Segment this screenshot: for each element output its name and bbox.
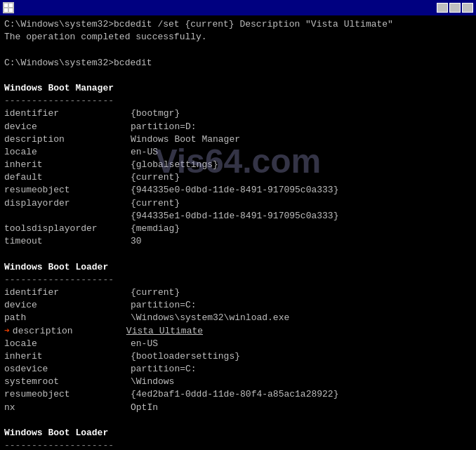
minimize-button[interactable] xyxy=(437,3,448,13)
console-line: resumeobject{944335e0-0dbd-11de-8491-917… xyxy=(4,184,472,197)
console-line: ➔descriptionVista Ultimate xyxy=(4,325,472,338)
console-line: localeen-US xyxy=(4,338,472,350)
console-line: -------------------- xyxy=(4,95,472,107)
console-line: C:\Windows\system32>bcdedit /set {curren… xyxy=(4,18,472,31)
console-line: localeen-US xyxy=(4,146,472,159)
console-line: The operation completed successfully. xyxy=(4,31,472,44)
console-line xyxy=(4,414,472,427)
console-line xyxy=(4,248,472,260)
console-line: descriptionWindows Boot Manager xyxy=(4,133,472,146)
console-line: {944335e1-0dbd-11de-8491-917095c0a333} xyxy=(4,210,472,223)
console-line: -------------------- xyxy=(4,274,472,286)
console-line: devicepartition=D: xyxy=(4,121,472,133)
console-line xyxy=(4,44,472,56)
svg-rect-3 xyxy=(9,8,13,12)
console-line: Windows Boot Loader xyxy=(4,427,472,439)
console-line: inherit{bootloadersettings} xyxy=(4,350,472,363)
close-button[interactable] xyxy=(462,3,473,13)
console-line: C:\Windows\system32>bcdedit xyxy=(4,57,472,70)
console-line: osdevicepartition=C: xyxy=(4,363,472,376)
console-line: -------------------- xyxy=(4,439,472,450)
console-line: timeout30 xyxy=(4,235,472,248)
console-line: nxOptIn xyxy=(4,402,472,414)
console-line: displayorder{current} xyxy=(4,197,472,210)
window-icon xyxy=(3,2,14,13)
console-line: resumeobject{4ed2baf1-0ddd-11de-80f4-a85… xyxy=(4,388,472,401)
console-line: identifier{bootmgr} xyxy=(4,107,472,120)
console-line: path\Windows\system32\winload.exe xyxy=(4,312,472,324)
console-line: identifier{current} xyxy=(4,286,472,299)
console-line: Windows Boot Manager xyxy=(4,82,472,95)
console-area[interactable]: Vis64.com C:\Windows\system32>bcdedit /s… xyxy=(0,15,476,450)
svg-rect-0 xyxy=(4,4,8,7)
console-line: Windows Boot Loader xyxy=(4,261,472,274)
maximize-button[interactable] xyxy=(449,3,461,13)
console-line: devicepartition=C: xyxy=(4,299,472,312)
svg-rect-1 xyxy=(9,4,13,7)
console-line: toolsdisplayorder{memdiag} xyxy=(4,223,472,235)
svg-rect-2 xyxy=(4,8,8,12)
console-line: systemroot\Windows xyxy=(4,376,472,388)
console-line: inherit{globalsettings} xyxy=(4,159,472,171)
title-bar[interactable] xyxy=(0,0,476,15)
console-line: default{current} xyxy=(4,171,472,184)
console-line xyxy=(4,70,472,82)
